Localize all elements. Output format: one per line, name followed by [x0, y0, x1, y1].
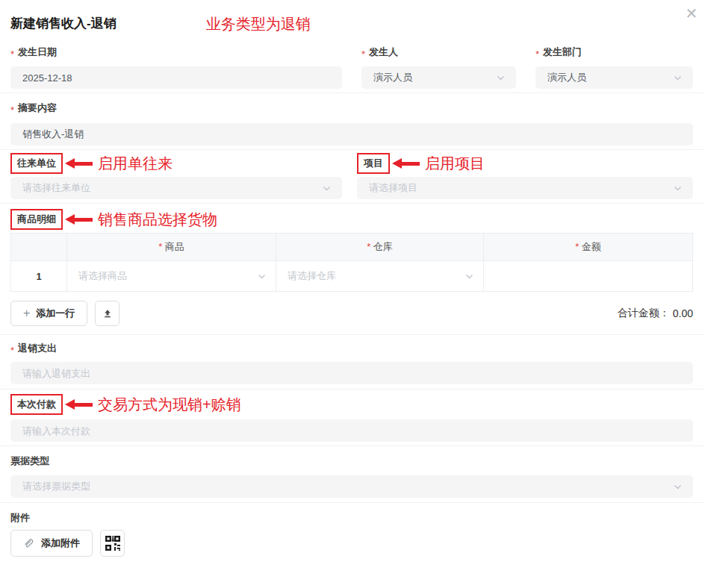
- project-select[interactable]: 请选择项目: [357, 177, 693, 199]
- section-divider: [0, 203, 705, 204]
- payment-input[interactable]: [10, 419, 693, 442]
- section-divider: [0, 149, 705, 150]
- bill-type-placeholder: 请选择票据类型: [22, 480, 90, 493]
- chevron-down-icon: [465, 272, 474, 281]
- required-mark: *: [535, 49, 539, 59]
- paperclip-icon: [23, 537, 35, 549]
- product-column-header: * 商品: [67, 234, 276, 261]
- chevron-down-icon: [257, 272, 267, 281]
- project-annotation-row: 项目 启用项目: [357, 153, 693, 174]
- chevron-down-icon: [673, 73, 683, 83]
- person-label: 发生人: [369, 46, 398, 59]
- row-basic-info: * 发生日期 * 发生人 演示人员 * 发生部门 演示人员: [10, 47, 693, 89]
- import-button[interactable]: [95, 301, 119, 326]
- add-row-button[interactable]: + 添加一行: [10, 301, 87, 326]
- new-sales-return-dialog: ✕ 新建销售收入-退销 业务类型为退销 * 发生日期 * 发生人 演示人员: [0, 0, 705, 588]
- detail-label: 商品明细: [10, 209, 63, 230]
- add-attachment-label: 添加附件: [41, 537, 80, 550]
- annotation-payment: 交易方式为现销+赊销: [98, 395, 241, 415]
- warehouse-column-header: * 仓库: [276, 234, 484, 261]
- project-placeholder: 请选择项目: [369, 181, 417, 195]
- department-label: 发生部门: [543, 46, 582, 59]
- required-mark: *: [10, 105, 14, 115]
- chevron-down-icon: [496, 73, 506, 83]
- required-mark: *: [158, 241, 162, 252]
- annotation-project: 启用项目: [425, 154, 485, 174]
- dialog-header: 新建销售收入-退销 业务类型为退销: [10, 0, 693, 32]
- refund-expense-input[interactable]: [10, 362, 693, 384]
- field-refund-expense: * 退销支出: [10, 343, 693, 384]
- warehouse-select[interactable]: 请选择仓库: [276, 269, 483, 283]
- qr-upload-button[interactable]: [100, 530, 125, 557]
- field-summary: * 摘要内容: [10, 103, 693, 146]
- required-mark: *: [361, 49, 365, 59]
- partner-annotation-row: 往来单位 启用单往来: [10, 153, 342, 174]
- total-label: 合计金额：: [618, 307, 670, 320]
- left-arrow-icon: [392, 158, 420, 169]
- required-mark: *: [367, 241, 370, 252]
- summary-label: 摘要内容: [18, 101, 57, 115]
- left-arrow-icon: [65, 214, 93, 225]
- required-mark: *: [10, 345, 14, 355]
- date-label: 发生日期: [18, 46, 57, 59]
- amount-header-label: 金额: [582, 241, 601, 252]
- detail-table-header: * 商品 * 仓库 * 金额: [11, 234, 693, 261]
- attachment-label: 附件: [10, 511, 30, 525]
- field-bill-type: 票据类型 请选择票据类型: [10, 456, 693, 498]
- field-attachment: 附件 添加附件: [10, 513, 693, 557]
- row-partner-project-selects: 请选择往来单位 请选择项目: [10, 177, 693, 199]
- add-attachment-button[interactable]: 添加附件: [10, 530, 93, 557]
- partner-placeholder: 请选择往来单位: [22, 181, 90, 195]
- qr-scan-icon: [105, 535, 121, 551]
- project-label: 项目: [357, 153, 390, 174]
- total-value: 0.00: [673, 307, 693, 319]
- annotation-detail: 销售商品选择货物: [98, 210, 217, 230]
- chevron-down-icon: [673, 184, 683, 193]
- field-department: * 发生部门 演示人员: [535, 47, 693, 89]
- product-select[interactable]: 请选择商品: [67, 269, 276, 283]
- person-value: 演示人员: [373, 71, 412, 84]
- section-divider: [0, 445, 705, 446]
- section-divider: [0, 502, 705, 503]
- add-row-label: 添加一行: [36, 307, 75, 320]
- chevron-down-icon: [673, 482, 683, 492]
- bill-type-label: 票据类型: [10, 454, 49, 468]
- chevron-down-icon: [322, 184, 332, 193]
- person-select[interactable]: 演示人员: [361, 66, 516, 89]
- close-icon[interactable]: ✕: [684, 6, 699, 21]
- annotation-business-type: 业务类型为退销: [206, 16, 311, 32]
- section-divider: [0, 93, 705, 93]
- amount-cell[interactable]: [484, 261, 693, 292]
- bill-type-select[interactable]: 请选择票据类型: [10, 475, 693, 498]
- section-divider: [0, 334, 705, 335]
- row-index: 1: [11, 261, 67, 292]
- refund-expense-label: 退销支出: [18, 342, 57, 355]
- department-select[interactable]: 演示人员: [535, 66, 693, 89]
- partner-select[interactable]: 请选择往来单位: [10, 177, 342, 199]
- warehouse-placeholder: 请选择仓库: [288, 269, 336, 283]
- left-arrow-icon: [65, 158, 93, 169]
- required-mark: *: [575, 241, 579, 252]
- date-input[interactable]: [10, 66, 342, 89]
- field-person: * 发生人 演示人员: [361, 47, 516, 89]
- row-partner-project-labels: 往来单位 启用单往来 项目 启用项目: [10, 153, 693, 174]
- left-arrow-icon: [65, 399, 93, 410]
- section-divider: [0, 389, 705, 390]
- summary-input[interactable]: [10, 123, 693, 146]
- detail-annotation-row: 商品明细 销售商品选择货物: [10, 209, 693, 230]
- partner-label: 往来单位: [10, 153, 63, 174]
- department-value: 演示人员: [547, 71, 586, 84]
- payment-annotation-row: 本次付款 交易方式为现销+赊销: [10, 394, 693, 415]
- detail-table: * 商品 * 仓库 * 金额 1 请选择商品: [10, 233, 693, 292]
- table-row: 1 请选择商品 请选择仓库: [11, 261, 693, 292]
- warehouse-header-label: 仓库: [373, 241, 393, 252]
- product-placeholder: 请选择商品: [78, 269, 127, 283]
- amount-column-header: * 金额: [484, 234, 693, 261]
- detail-actions-row: + 添加一行 合计金额： 0.00: [10, 301, 693, 326]
- required-mark: *: [10, 49, 14, 59]
- index-column-header: [11, 234, 67, 261]
- payment-label: 本次付款: [10, 394, 63, 415]
- product-header-label: 商品: [165, 241, 184, 252]
- annotation-partner: 启用单往来: [98, 154, 173, 174]
- total-amount: 合计金额： 0.00: [618, 307, 693, 320]
